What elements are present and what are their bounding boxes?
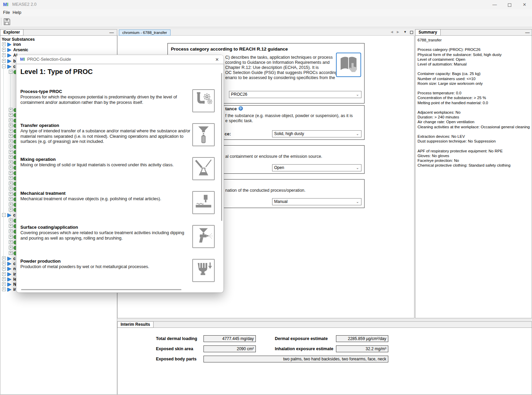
tree-item-label: c	[13, 64, 16, 69]
tree-expander-icon[interactable]: +	[9, 124, 13, 127]
interim-label: Exposed skin area	[156, 345, 193, 352]
tree-item-label: c	[13, 261, 16, 266]
tree-expander-icon[interactable]: +	[2, 257, 6, 260]
tab-list-dropdown-icon[interactable]: ▼	[404, 30, 407, 34]
summary-line: Face/eye protection: No	[418, 158, 530, 163]
tree-root-label[interactable]: Your Substances	[2, 37, 35, 42]
tree-expander-icon[interactable]: +	[2, 277, 6, 281]
tree-item-label: ir	[13, 287, 16, 292]
proc-type-option[interactable]: Process-type PROCProcesses for which the…	[20, 89, 219, 122]
minimize-window-button[interactable]: —	[487, 0, 502, 9]
menu-bar: File Help	[0, 9, 532, 16]
tab-chromium-transfer[interactable]: chromium - 6788_transfer	[119, 30, 171, 36]
maximize-icon	[508, 3, 511, 7]
proc-option-title: Mixing operation	[20, 157, 56, 162]
proc-type-option[interactable]: Transfer operationAny type of intended t…	[20, 123, 219, 156]
explorer-panel-title: Explorer	[0, 29, 23, 36]
tree-expander-icon[interactable]: +	[9, 145, 13, 148]
tree-expander-icon[interactable]: +	[2, 272, 6, 276]
help-icon[interactable]: ?	[238, 106, 243, 111]
app-window: MI MEASE2 2.0 — ✕ File Help Explorer — Y…	[0, 0, 532, 395]
dialog-vertical-scrollbar[interactable]	[221, 73, 222, 221]
tree-item[interactable]: +iron	[0, 42, 117, 47]
tree-expander-icon[interactable]: −	[2, 64, 6, 68]
tree-expander-icon[interactable]: +	[9, 224, 13, 228]
proc-type-option[interactable]: Mechanical treatmentMechanical treatment…	[20, 191, 219, 224]
flask-stirrers-icon	[192, 157, 215, 180]
summary-line	[418, 42, 530, 47]
tree-item-label: N	[13, 282, 16, 287]
app-title: MEASE2 2.0	[12, 2, 37, 7]
tree-expander-icon[interactable]: +	[9, 155, 13, 159]
funnel-spray-can-icon	[192, 123, 215, 146]
tree-expander-icon[interactable]: +	[9, 235, 13, 239]
substance-triangle-icon	[7, 282, 12, 286]
tree-expander-icon[interactable]: +	[9, 171, 13, 175]
close-window-button[interactable]: ✕	[517, 0, 532, 9]
maximize-window-button[interactable]	[502, 0, 517, 9]
tree-expander-icon[interactable]: +	[9, 251, 13, 255]
proc-type-option[interactable]: Surface coating/applicationCovering proc…	[20, 225, 219, 258]
summary-line: Process category (PROC): PROC26	[418, 47, 530, 52]
tree-expander-icon[interactable]: +	[9, 161, 13, 164]
tree-expander-icon[interactable]: +	[2, 53, 6, 57]
explorer-minimize-button[interactable]: —	[109, 30, 114, 35]
proc-option-title: Powder production	[20, 259, 60, 264]
tree-expander-icon[interactable]: −	[2, 213, 6, 217]
tab-scroll-left-icon[interactable]: ◀	[391, 30, 393, 34]
tree-expander-icon[interactable]: +	[2, 59, 6, 63]
tree-item[interactable]: +Arsenic	[0, 48, 117, 52]
proc-type-option[interactable]: Powder productionProduction of metal pow…	[20, 259, 219, 292]
tab-scroll-right-icon[interactable]: ▶	[397, 30, 399, 34]
tree-expander-icon[interactable]: +	[2, 262, 6, 265]
tree-expander-icon[interactable]: +	[9, 182, 13, 185]
menu-help[interactable]: Help	[11, 10, 23, 15]
tree-expander-icon[interactable]: +	[2, 287, 6, 291]
proc-select[interactable]: PROC26⌄	[229, 91, 361, 98]
interim-label: Exposed body parts	[156, 356, 196, 362]
tree-item-label: Arsenic	[13, 48, 28, 52]
summary-line: Concentration of the substance: > 25 %	[418, 95, 530, 100]
tree-expander-icon[interactable]: +	[9, 113, 13, 117]
tree-expander-icon[interactable]: +	[2, 282, 6, 286]
tree-expander-icon[interactable]: +	[9, 203, 13, 206]
summary-line: Chemical protective clothing: Standard s…	[418, 163, 530, 168]
proc-option-description: Processes for which the exposure potenti…	[20, 94, 192, 105]
interim-value-field: 2090 cm²	[203, 345, 256, 352]
physical-form-text-line: f the substance (e.g. massive object, po…	[225, 113, 353, 118]
proc-type-option[interactable]: Mixing operationMixing or blending of so…	[20, 157, 219, 190]
physical-form-select[interactable]: Solid, high dusty⌄	[272, 130, 361, 137]
tree-expander-icon[interactable]: +	[9, 150, 13, 154]
automation-select[interactable]: Manual⌄	[272, 198, 361, 205]
tree-expander-icon[interactable]: +	[9, 192, 13, 196]
tree-expander-icon[interactable]: +	[9, 166, 13, 169]
menu-file[interactable]: File	[2, 10, 11, 15]
tree-expander-icon[interactable]: +	[9, 219, 13, 222]
tree-expander-icon[interactable]: +	[9, 208, 13, 211]
save-button[interactable]	[3, 18, 11, 26]
tree-expander-icon[interactable]: +	[2, 267, 6, 270]
dialog-horizontal-scrollbar[interactable]	[21, 289, 181, 290]
tree-expander-icon[interactable]: +	[9, 197, 13, 201]
tree-item-label: ir	[13, 272, 16, 277]
tree-expander-icon[interactable]: +	[9, 176, 13, 180]
tree-expander-icon[interactable]: +	[9, 139, 13, 143]
containment-select[interactable]: Open⌄	[272, 164, 361, 171]
summary-line: Gloves: No gloves	[418, 153, 530, 158]
tree-expander-icon[interactable]: +	[9, 187, 13, 190]
tree-expander-icon[interactable]: +	[9, 229, 13, 233]
guide-book-button[interactable]	[336, 53, 361, 77]
tree-expander-icon[interactable]: −	[9, 70, 13, 74]
tree-expander-icon[interactable]: +	[2, 48, 6, 52]
dialog-close-button[interactable]: ✕	[213, 56, 221, 63]
summary-line	[418, 67, 530, 71]
tree-expander-icon[interactable]: +	[9, 108, 13, 112]
tree-expander-icon[interactable]: +	[2, 42, 6, 46]
tree-expander-icon[interactable]: +	[9, 129, 13, 133]
tree-expander-icon[interactable]: +	[9, 240, 13, 244]
tree-expander-icon[interactable]: +	[9, 118, 13, 122]
tree-expander-icon[interactable]: +	[9, 134, 13, 138]
summary-minimize-button[interactable]: —	[525, 30, 530, 35]
tree-expander-icon[interactable]: +	[9, 246, 13, 249]
tab-restore-icon[interactable]	[410, 31, 413, 34]
